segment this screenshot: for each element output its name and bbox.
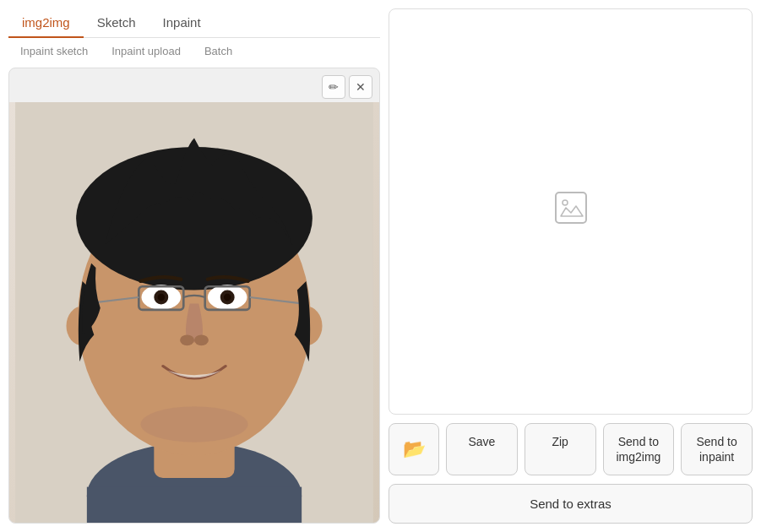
main-tabs: img2img Sketch Inpaint — [8, 8, 380, 38]
sub-tabs: Inpaint sketch Inpaint upload Batch — [8, 40, 380, 62]
save-button[interactable]: Save — [446, 423, 518, 475]
svg-point-18 — [180, 334, 194, 345]
uploaded-image — [9, 102, 379, 523]
action-buttons-row: 📂 Save Zip Send to img2img Send to inpai… — [389, 423, 753, 475]
svg-point-20 — [140, 406, 247, 442]
svg-point-22 — [563, 200, 568, 205]
svg-point-13 — [224, 294, 231, 301]
tab-img2img[interactable]: img2img — [8, 8, 84, 38]
send-inpaint-button[interactable]: Send to inpaint — [681, 423, 753, 475]
input-image-area[interactable]: ✏ ✕ — [8, 68, 380, 524]
right-panel: 📂 Save Zip Send to img2img Send to inpai… — [389, 8, 753, 524]
subtab-inpaint-upload[interactable]: Inpaint upload — [100, 40, 193, 62]
send-img2img-button[interactable]: Send to img2img — [603, 423, 675, 475]
svg-point-19 — [194, 334, 209, 345]
edit-button[interactable]: ✏ — [322, 75, 345, 99]
send-extras-button[interactable]: Send to extras — [389, 484, 753, 524]
tab-sketch[interactable]: Sketch — [84, 8, 149, 38]
folder-icon: 📂 — [403, 437, 426, 462]
output-placeholder-icon — [554, 191, 588, 231]
app-container: img2img Sketch Inpaint Inpaint sketch In… — [0, 0, 761, 532]
left-panel: img2img Sketch Inpaint Inpaint sketch In… — [8, 8, 380, 524]
tab-inpaint[interactable]: Inpaint — [149, 8, 215, 38]
image-controls: ✏ ✕ — [322, 75, 372, 99]
subtab-inpaint-sketch[interactable]: Inpaint sketch — [8, 40, 100, 62]
svg-point-10 — [158, 294, 165, 301]
folder-button[interactable]: 📂 — [389, 423, 439, 475]
close-button[interactable]: ✕ — [349, 75, 372, 99]
zip-button[interactable]: Zip — [525, 423, 596, 475]
face-svg — [9, 102, 379, 523]
subtab-batch[interactable]: Batch — [193, 40, 244, 62]
output-image-area — [389, 8, 753, 415]
svg-rect-2 — [87, 487, 302, 523]
svg-rect-21 — [556, 193, 586, 223]
